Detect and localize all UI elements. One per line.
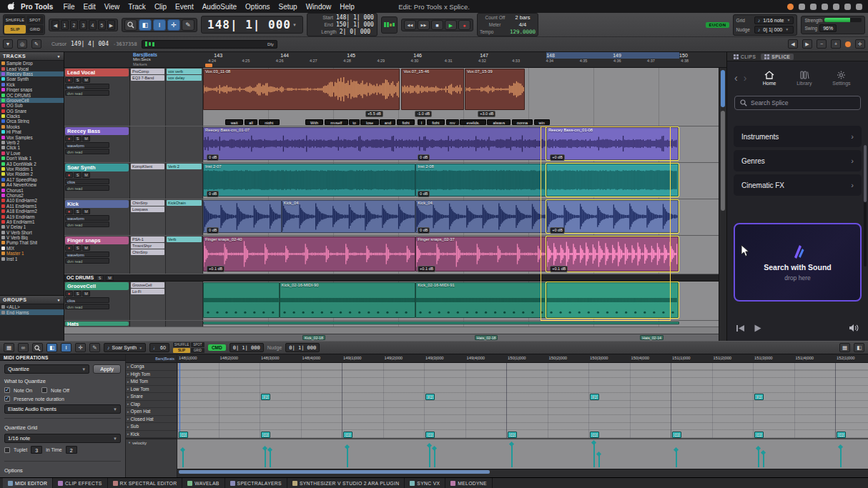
strength-slider[interactable]	[824, 18, 862, 22]
splice-category-cinematic-fx[interactable]: Cinematic FX›	[734, 174, 862, 196]
groups-panel-header[interactable]: GROUPS▼	[0, 296, 64, 304]
track-lane-hats[interactable]	[203, 321, 726, 327]
drum-lane-high-tom[interactable]: ▸High Tom	[126, 371, 177, 379]
track-name[interactable]: Finger snaps	[65, 236, 129, 244]
track-list-item-v-delay-1[interactable]: V Delay 1	[0, 224, 64, 229]
splice-category-instruments[interactable]: Instruments›	[734, 126, 862, 147]
marker-chip[interactable]	[205, 64, 212, 67]
expand-lane-icon[interactable]: ▸	[127, 417, 129, 421]
expand-lane-icon[interactable]: ▸	[127, 424, 129, 429]
group-item-end-harms[interactable]: End Harms	[0, 309, 64, 314]
next-marker-button[interactable]: ▶	[802, 39, 812, 49]
lyric-chip[interactable]: to	[349, 119, 360, 125]
panel-menu-icon[interactable]: ▼	[57, 54, 61, 59]
track-view-selector[interactable]: clips	[65, 297, 109, 303]
expand-lane-icon[interactable]: ▸	[127, 387, 129, 391]
track-view-selector[interactable]: waveform	[65, 142, 109, 148]
record-arm-button[interactable]: ●	[65, 291, 73, 297]
grabber-tool-icon[interactable]: ✛	[75, 343, 86, 352]
audio-clip[interactable]: Finger snaps_02-40	[203, 236, 415, 272]
audio-clip[interactable]: Vox.03_11-08	[203, 69, 400, 110]
zoom-out-button[interactable]: −	[817, 39, 827, 49]
send-vox-verb[interactable]: vox verb	[167, 69, 202, 74]
zoom-preset-4[interactable]: 4	[89, 20, 97, 30]
audio-clip[interactable]: Inst 2-07	[203, 164, 415, 196]
track-list-item-a17-speedrap[interactable]: A17 SpeedRap	[0, 177, 64, 182]
menu-event[interactable]: Event	[171, 3, 198, 11]
splice-nav-library[interactable]: Library	[797, 71, 812, 86]
velocity-stem[interactable]	[182, 450, 184, 467]
insert-lo-fi[interactable]: Lo-Fi	[131, 289, 164, 294]
track-list-item-v-love[interactable]: V Love	[0, 151, 64, 156]
track-name[interactable]: Reecey Bass	[65, 127, 129, 135]
grid-value[interactable]: ♪1/16 note▼	[754, 16, 794, 24]
end-value[interactable]: 150| 1| 000	[336, 21, 374, 28]
menu-edit[interactable]: Edit	[79, 3, 100, 11]
track-list-item-v-verb-short[interactable]: V Verb Short	[0, 230, 64, 235]
track-list-item-groovecell[interactable]: GrooveCell	[0, 98, 64, 103]
track-list-item-inst-1[interactable]: Inst 1	[0, 256, 64, 261]
expand-lane-icon[interactable]: ▸	[127, 409, 129, 414]
audio-clip[interactable]	[546, 164, 678, 196]
notification-badge[interactable]	[787, 4, 794, 10]
midi-mode-slip[interactable]: SLIP	[173, 348, 190, 353]
midi-note-kick[interactable]: C2	[261, 432, 270, 438]
track-list-item-lead-vocal[interactable]: Lead Vocal	[0, 66, 64, 71]
app-menu[interactable]: Pro Tools	[21, 3, 53, 11]
overview-strip[interactable]: Kick_02-18Hats_02-18Hats_02-14	[64, 334, 726, 341]
selector-tool[interactable]: I	[153, 19, 166, 31]
drum-lane-conga[interactable]: ▸Conga	[126, 363, 177, 371]
notation-view-icon[interactable]: ▦	[839, 343, 850, 352]
lyric-chip[interactable]: fight	[397, 119, 415, 125]
zoom-preset-1[interactable]: 1	[61, 20, 69, 30]
lyric-chip[interactable]: night	[259, 119, 280, 125]
solo-button[interactable]: S	[74, 77, 82, 83]
audio-clip[interactable]	[546, 200, 678, 233]
insert-psa-1[interactable]: PSA-1	[131, 236, 164, 242]
previous-sample-icon[interactable]	[736, 324, 745, 332]
track-list-item-verb-2[interactable]: Verb 2	[0, 140, 64, 145]
scrollbar-thumb[interactable]	[721, 111, 725, 211]
lyric-chip[interactable]: my	[446, 119, 459, 125]
record-arm-button[interactable]: ●	[65, 136, 73, 141]
spotlight-icon[interactable]	[844, 4, 851, 10]
splice-category-genres[interactable]: Genres›	[734, 150, 862, 171]
tuplet-denominator-input[interactable]: 2	[66, 446, 77, 454]
lyric-chip[interactable]: With	[305, 119, 324, 125]
track-list-item-master-1[interactable]: Master 1	[0, 251, 64, 256]
quantize-grid-selector[interactable]: 1/16 note▼	[4, 434, 121, 443]
list-view-icon[interactable]: ◧	[854, 343, 864, 352]
expand-lane-icon[interactable]: ▸	[127, 402, 129, 406]
default-note-duration[interactable]: ♩ 60	[149, 343, 169, 352]
track-list-item-chorus1[interactable]: Chorus1	[0, 187, 64, 192]
scrollbar-thumb[interactable]	[179, 470, 490, 474]
count-off-value[interactable]: 2 bars	[516, 14, 531, 21]
trim-tool[interactable]: ◧	[139, 19, 152, 31]
track-list-item-clacks[interactable]: Clacks	[0, 114, 64, 119]
solo-button[interactable]: S	[74, 209, 82, 214]
midi-note-snare[interactable]: F2	[754, 394, 764, 400]
track-list-item-don-t-walk-1[interactable]: Don't Walk 1	[0, 156, 64, 161]
splice-search-input[interactable]: Search Splice	[734, 96, 861, 110]
velocity-lane-header[interactable]: ▼ velocity	[126, 438, 177, 477]
lyric-chip[interactable]: wait	[225, 119, 244, 125]
expand-lane-icon[interactable]: ▸	[127, 379, 129, 384]
menu-track[interactable]: Track	[124, 3, 150, 11]
send-verb-2[interactable]: Verb 2	[167, 164, 202, 169]
edit-vertical-scrollbar[interactable]	[719, 68, 726, 341]
velocity-stem[interactable]	[763, 453, 764, 467]
meter-value[interactable]: 4/4	[519, 21, 526, 28]
solo-button[interactable]: S	[74, 172, 82, 178]
fast-forward-button[interactable]: ▶▶	[418, 20, 430, 30]
note-off-checkbox[interactable]	[41, 387, 47, 393]
battery-icon[interactable]	[833, 4, 839, 10]
stop-button[interactable]: ■	[431, 20, 443, 30]
track-list-item-finger-snaps[interactable]: Finger snaps	[0, 87, 64, 92]
track-lane-reecey-bass[interactable]: Reecey Bass-cm_01-07Reecey Bass-cm_01-08…	[203, 126, 726, 162]
insert-chinstrp[interactable]: ChinStrp	[131, 200, 164, 206]
insert-trnsntshpr[interactable]: TrnsntShpr	[131, 243, 164, 249]
lyric-chip[interactable]: all	[245, 119, 257, 125]
prev-marker-button[interactable]: ◀	[788, 39, 798, 49]
mute-button[interactable]: M	[82, 209, 90, 214]
roll-ruler-label[interactable]: Bars|Beats	[126, 354, 177, 363]
